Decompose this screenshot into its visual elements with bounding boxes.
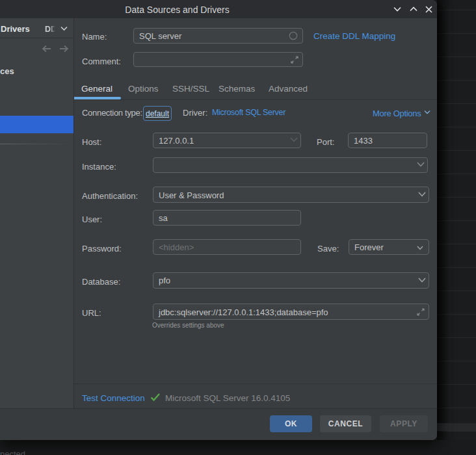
tab-options[interactable]: Options: [128, 84, 159, 94]
expand-icon[interactable]: [417, 308, 425, 316]
comment-field[interactable]: [133, 52, 303, 67]
user-label: User:: [82, 214, 102, 224]
database-value: pfo: [159, 276, 170, 285]
test-connection-link[interactable]: Test Connection: [82, 393, 145, 403]
save-label: Save:: [317, 244, 339, 254]
port-value: 1433: [354, 136, 373, 146]
instance-field[interactable]: [153, 157, 428, 173]
database-label: Database:: [82, 277, 120, 287]
url-field[interactable]: jdbc:sqlserver://127.0.0.1:1433;database…: [153, 304, 429, 320]
user-field[interactable]: sa: [153, 210, 301, 226]
authentication-select[interactable]: User & Password: [153, 187, 429, 203]
ok-button[interactable]: OK: [270, 415, 312, 432]
test-result-text: Microsoft SQL Server 16.0.4105: [165, 393, 290, 403]
expand-icon[interactable]: [291, 56, 298, 64]
name-value: SQL server: [139, 31, 181, 41]
connection-type-label: Connection type:: [82, 108, 142, 118]
more-options-link[interactable]: More Options: [373, 109, 421, 118]
dialog-title: Data Sources and Drivers: [0, 5, 354, 15]
dialog-titlebar: Data Sources and Drivers: [0, 0, 437, 18]
name-field[interactable]: SQL server: [133, 28, 303, 44]
apply-button[interactable]: APPLY: [380, 415, 428, 432]
save-value: Forever: [354, 242, 384, 252]
test-bar-separator: [74, 384, 437, 384]
comment-label: Comment:: [82, 57, 121, 66]
close-icon: [425, 6, 432, 13]
tabs-separator: [74, 99, 437, 100]
user-value: sa: [159, 213, 168, 223]
connection-type-dropdown[interactable]: default: [143, 106, 172, 121]
tab-advanced[interactable]: Advanced: [269, 84, 308, 94]
url-label: URL:: [82, 308, 101, 318]
password-label: Password:: [82, 244, 122, 254]
tree-group-label-fragment: ces: [0, 66, 14, 76]
maximize-button[interactable]: [406, 0, 421, 18]
host-label: Host:: [82, 137, 101, 147]
editor-background: [437, 0, 476, 455]
status-text: nected: [0, 449, 25, 455]
authentication-label: Authentication:: [82, 191, 138, 201]
password-placeholder: <hidden>: [159, 242, 194, 252]
datasource-tree-panel: s Drivers DD ces: [0, 18, 74, 408]
tree-panel-secondary[interactable]: DD: [45, 25, 57, 34]
ide-status-bar: nected: [0, 440, 476, 455]
editor-row-band: [437, 423, 476, 431]
driver-link[interactable]: Microsoft SQL Server: [212, 108, 285, 117]
tree-panel-title: Drivers: [1, 24, 30, 34]
tab-ssh-ssl[interactable]: SSH/SSL: [172, 84, 209, 94]
tab-general[interactable]: General: [81, 84, 112, 94]
chevron-up-icon: [410, 6, 417, 12]
tree-separator: [0, 144, 73, 144]
database-chevron-icon[interactable]: [418, 278, 426, 283]
url-value: jdbc:sqlserver://127.0.0.1:1433;database…: [159, 307, 328, 317]
save-chevron-icon[interactable]: [417, 246, 423, 250]
success-check-icon: [150, 393, 161, 402]
close-button[interactable]: [421, 0, 436, 18]
connection-type-value: default: [146, 110, 169, 118]
name-label: Name:: [82, 32, 107, 42]
dialog-footer: OK CANCEL APPLY: [0, 408, 437, 440]
port-label: Port:: [317, 137, 334, 147]
data-sources-dialog: Data Sources and Drivers s Drivers DD: [0, 0, 437, 440]
tree-selected-item[interactable]: [0, 116, 73, 133]
dialog-shadow: [437, 0, 476, 455]
tab-schemas[interactable]: Schemas: [218, 84, 255, 94]
more-options-chevron-icon[interactable]: [424, 110, 430, 114]
chevron-down-icon: [393, 6, 401, 12]
host-value: 127.0.0.1: [159, 136, 194, 146]
instance-label: Instance:: [82, 162, 116, 172]
instance-chevron-icon[interactable]: [417, 162, 425, 167]
forward-arrow-icon[interactable]: [59, 45, 69, 53]
connection-form: Name: SQL server Create DDL Mapping Comm…: [74, 18, 437, 408]
chevron-down-icon[interactable]: [60, 26, 68, 31]
minimize-button[interactable]: [390, 0, 405, 18]
authentication-chevron-icon[interactable]: [418, 192, 426, 197]
regenerate-name-icon[interactable]: [289, 31, 298, 40]
create-ddl-mapping-link[interactable]: Create DDL Mapping: [313, 31, 395, 41]
driver-label: Driver:: [183, 108, 207, 118]
port-field[interactable]: 1433: [348, 133, 427, 148]
tree-nav-row: [0, 43, 73, 57]
authentication-value: User & Password: [159, 190, 224, 200]
database-field[interactable]: pfo: [153, 272, 429, 289]
cancel-button[interactable]: CANCEL: [320, 415, 371, 432]
save-select[interactable]: Forever: [349, 239, 429, 255]
url-hint: Overrides settings above: [152, 322, 224, 329]
password-field[interactable]: <hidden>: [153, 239, 301, 255]
back-arrow-icon[interactable]: [42, 45, 51, 53]
tree-panel-header: s Drivers DD: [0, 18, 73, 38]
host-chevron-icon[interactable]: [290, 137, 298, 142]
host-field[interactable]: 127.0.0.1: [153, 133, 301, 148]
